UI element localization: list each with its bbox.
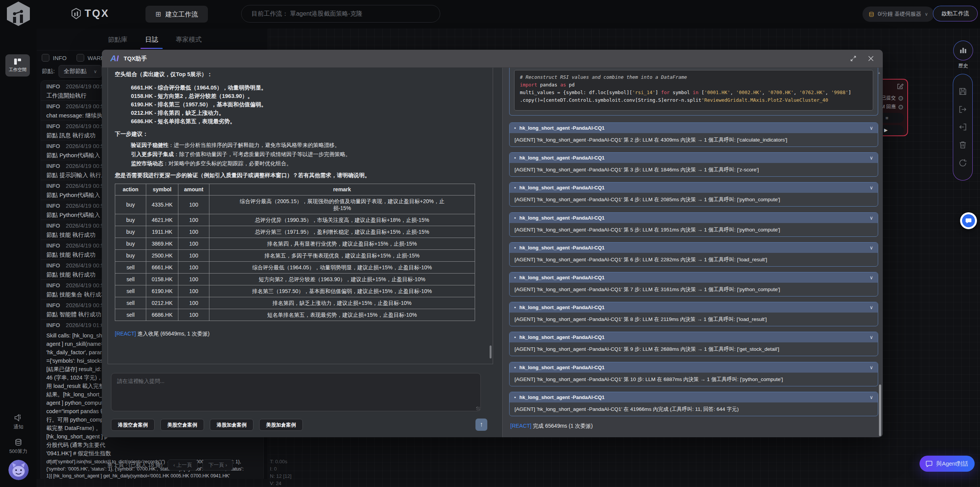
send-button[interactable]: ↑: [475, 419, 487, 431]
quick-example-button-2[interactable]: 港股加倉案例: [210, 419, 253, 431]
start-workflow-button[interactable]: 啟動工作流: [933, 6, 978, 21]
agent-scrollbar-thumb[interactable]: [879, 384, 881, 436]
tab-2[interactable]: 專家模式: [176, 29, 202, 50]
menu-icon: ≡: [885, 115, 889, 121]
refresh-icon[interactable]: [958, 158, 967, 168]
chevron-down-icon[interactable]: ∨: [869, 125, 873, 131]
table-row: buy4335.HK100综合评分最高（2005.15），展现强劲的价值及动量因…: [115, 195, 475, 214]
table-row: sell6686.HK100短名单排名第五，表现最劣势，建议止损+15%，止盈目…: [115, 309, 475, 321]
floating-chat-button[interactable]: [960, 212, 977, 229]
next-page-button[interactable]: 下一頁 ›: [203, 459, 233, 471]
export-icon[interactable]: [958, 105, 967, 114]
table-row: buy4621.HK100总评分优异（1990.35），市场关注度高，建议止盈目…: [115, 214, 475, 226]
agent-panel-header[interactable]: ● hk_long_short_agent -PandaAI-CQ1 ∨: [510, 332, 878, 342]
agent-panel-header[interactable]: ● hk_long_short_agent -PandaAI-CQ1 ∨: [510, 123, 878, 133]
agent-panel-header[interactable]: ● hk_long_short_agent -PandaAI-CQ1 ∨: [510, 272, 878, 283]
chevron-down-icon[interactable]: ∨: [869, 215, 873, 221]
table-header: remark: [209, 184, 475, 195]
page-indicator: 第 1 頁 · (已載入 18 條): [107, 462, 163, 469]
sidebar-item-notifications[interactable]: 通知: [0, 414, 37, 430]
agent-panel-body: [AGENT] 'hk_long_short_agent -PandaAI-CQ…: [510, 253, 878, 267]
table-row: buy2500.HK100排名第五，多因子平衡表现优良，建议止盈目标+15%，止…: [115, 250, 475, 262]
play-icon[interactable]: ▶: [884, 127, 887, 133]
prev-page-button[interactable]: ‹ 上一頁: [168, 459, 198, 471]
prompt-input[interactable]: [111, 373, 481, 411]
filter-checkbox-warn[interactable]: WARN: [77, 54, 105, 62]
bullet-icon: ●: [514, 186, 516, 189]
resize-handle[interactable]: [476, 407, 480, 410]
close-icon[interactable]: [867, 55, 874, 62]
bullet-icon: ●: [514, 246, 516, 249]
table-row: sell0158.HK100短方向第2，总评分较差（1963.90），建议止损+…: [115, 274, 475, 285]
table-header: symbol: [146, 184, 178, 195]
agent-panel-body: [AGENT] 'hk_long_short_agent -PandaAI-CQ…: [510, 313, 878, 326]
chat-message-area[interactable]: 空头组合（卖出建议，仅Top 5展示）： 6661.HK - 综合评分最低（19…: [108, 68, 493, 364]
agent-panel-header[interactable]: ● hk_long_short_agent -PandaAI-CQ1 ∨: [510, 153, 878, 163]
agent-panel-body: [AGENT] 'hk_long_short_agent -PandaAI-CQ…: [510, 163, 878, 177]
agent-panel-header[interactable]: ● hk_long_short_agent -PandaAI-CQ1 ∨: [510, 213, 878, 223]
bullet-icon: ●: [514, 276, 516, 279]
bullet-icon: ●: [514, 156, 516, 160]
agent-panel-body: [AGENT] 'hk_long_short_agent -PandaAI-CQ…: [510, 223, 878, 237]
agent-log-column[interactable]: # Reconstruct RSI values and combine the…: [503, 68, 883, 437]
bullet-icon: ●: [514, 306, 516, 309]
agent-panel-body: [AGENT] 'hk_long_short_agent -PandaAI-CQ…: [510, 133, 878, 147]
dialog-title: TQX助手: [124, 55, 147, 62]
agent-panel-body: [AGENT] 'hk_long_short_agent -PandaAI-CQ…: [510, 342, 878, 356]
code-panel: # Reconstruct RSI values and combine the…: [509, 68, 878, 116]
port-dot[interactable]: [898, 96, 903, 101]
brand-text: TQX: [85, 8, 109, 20]
sidebar-item-compute-credits[interactable]: 500算力: [0, 438, 37, 455]
tab-0[interactable]: 節點庫: [108, 29, 127, 50]
agent-panel-body: [AGENT] 'hk_long_short_agent -PandaAI-CQ…: [510, 193, 878, 207]
agent-panel-header[interactable]: ● hk_long_short_agent -PandaAI-CQ1 ∨: [510, 302, 878, 313]
port-dot[interactable]: [898, 105, 903, 109]
quick-example-button-1[interactable]: 美股空倉案例: [160, 419, 204, 431]
quick-example-button-3[interactable]: 美股加倉案例: [259, 419, 303, 431]
user-avatar[interactable]: [8, 460, 29, 480]
history-label: 歷史: [953, 62, 973, 69]
agent-log-panel: ● hk_long_short_agent -PandaAI-CQ1 ∨ [AG…: [509, 272, 878, 296]
save-icon[interactable]: [958, 87, 967, 96]
node-filter-select[interactable]: 全部節點 ∨: [59, 65, 102, 78]
edit-icon[interactable]: [897, 83, 903, 90]
portfolio-item: 0212.HK - 排名第四，缺乏上涨动力。: [131, 110, 486, 116]
agent-panel-header[interactable]: ● hk_long_short_agent -PandaAI-CQ1 ∨: [510, 182, 878, 193]
agent-panel-header[interactable]: ● hk_long_short_agent -PandaAI-CQ1 ∨: [510, 362, 878, 373]
chevron-down-icon[interactable]: ∨: [869, 365, 873, 370]
delete-icon[interactable]: [958, 140, 967, 150]
tab-1[interactable]: 日誌: [145, 29, 158, 50]
filter-checkbox-info[interactable]: INFO: [42, 54, 67, 62]
import-icon[interactable]: [958, 122, 967, 132]
bullet-icon: ●: [514, 126, 516, 130]
create-workflow-button[interactable]: ⊞ 建立工作流: [145, 6, 208, 23]
agent-panel-header[interactable]: ● hk_long_short_agent -PandaAI-CQ1 ∨: [510, 392, 878, 402]
portfolio-item: 0158.HK - 短方向第2，总评分较差（1963.90）。: [131, 93, 486, 99]
scroll-up-arrow[interactable]: ▲: [877, 71, 881, 75]
chevron-down-icon[interactable]: ∨: [869, 334, 873, 340]
workspace-icon: [14, 58, 21, 65]
history-button[interactable]: [953, 41, 973, 60]
chevron-down-icon[interactable]: ∨: [869, 394, 873, 400]
bullet-icon: ●: [514, 216, 516, 220]
suggestion-item: 验证因子稳健性：进一步分析当前排序的因子解释能力，避免市场风格带来的策略漂移。: [131, 142, 486, 148]
table-row: sell0212.HK100排名第四，缺乏上涨动力，建议止损+15%，止盈目标-…: [115, 297, 475, 309]
agent-chat-button[interactable]: 與Agent對話: [920, 456, 975, 472]
chevron-down-icon[interactable]: ∨: [869, 275, 873, 280]
chevron-down-icon[interactable]: ∨: [869, 245, 873, 251]
brand-mark-icon: [71, 8, 81, 20]
bullet-icon: ●: [514, 336, 516, 339]
agent-panel-header[interactable]: ● hk_long_short_agent -PandaAI-CQ1 ∨: [510, 243, 878, 253]
chevron-down-icon[interactable]: ∨: [869, 185, 873, 191]
chevron-down-icon[interactable]: ∨: [869, 155, 873, 161]
brand: TQX: [71, 8, 109, 20]
python-code-block: # Reconstruct RSI values and combine the…: [514, 70, 873, 111]
server-quota-dropdown[interactable]: 0/分鐘 基礎伺服器 ∨: [862, 7, 934, 22]
chat-scrollbar-thumb[interactable]: [490, 345, 492, 358]
expand-icon[interactable]: [850, 55, 857, 62]
agent-panel-body: [AGENT] 'hk_long_short_agent -PandaAI-CQ…: [510, 373, 878, 386]
suggestion-item: 引入更多因子集成：除了价值和动量因子，可考虑质量因子或情绪因子等以进一步完善策略…: [131, 151, 486, 157]
chevron-down-icon[interactable]: ∨: [869, 305, 873, 310]
sidebar-item-workspace[interactable]: 工作空間: [5, 54, 30, 77]
quick-example-button-0[interactable]: 港股空倉案例: [111, 419, 155, 431]
